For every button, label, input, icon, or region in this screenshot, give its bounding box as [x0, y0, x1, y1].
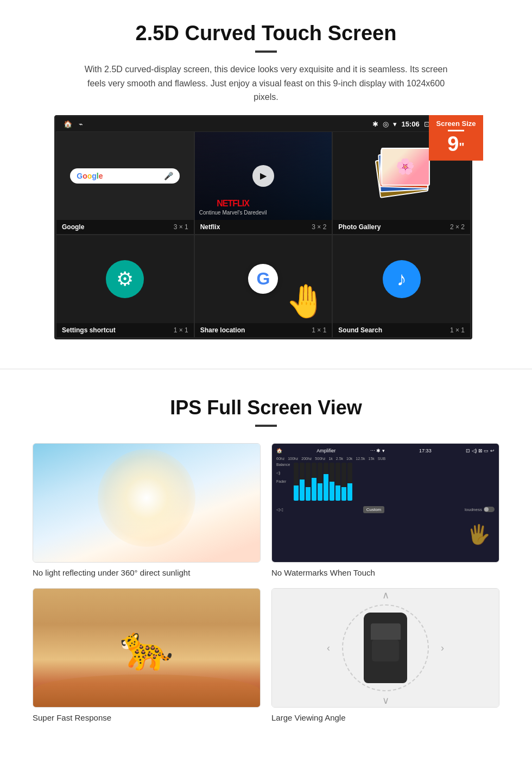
netflix-play-button[interactable]: ▶ [252, 165, 274, 187]
status-bar: 🏠 ⌁ ✱ ◎ ▾ 15:06 ⊡ ◁) ⊠ ▭ [56, 117, 471, 131]
section2-underline [255, 425, 277, 427]
usb-icon: ⌁ [79, 120, 83, 128]
home-icon: 🏠 [64, 120, 72, 128]
car-image: › ‹ ∧ ∨ [272, 589, 499, 707]
music-icon-bg: ♪ [383, 260, 421, 298]
dust-bg [33, 674, 260, 707]
section1-title: 2.5D Curved Touch Screen [33, 22, 499, 45]
sunlight-label: No light reflecting under 360° direct su… [33, 568, 261, 577]
google-grid-size: 3 × 1 [174, 223, 188, 231]
status-time: 15:06 [401, 120, 419, 128]
ips-grid: No light reflecting under 360° direct su… [33, 443, 499, 722]
amp-title: Amplifier [316, 448, 335, 453]
sound-app-name: Sound Search [338, 326, 382, 334]
amplifier-screen: 🏠 Amplifier ⋯ ✱ ▾ 17:33 ⊡ ◁) ⊠ ▭ ↩ 60hz1… [272, 444, 499, 562]
app-grid-row1: Google 🎤 Google 3 × 1 ▶ [56, 131, 471, 235]
section1-description: With 2.5D curved-display screen, this de… [76, 62, 456, 104]
sound-grid-size: 1 × 1 [450, 326, 465, 334]
share-label-bar: Share location 1 × 1 [195, 323, 332, 337]
amp-icons: ⊡ ◁) ⊠ ▭ ↩ [466, 448, 495, 453]
amp-custom-button[interactable]: Custom [363, 506, 385, 513]
amplifier-label: No Watermarks When Touch [271, 568, 499, 577]
gallery-grid-size: 2 × 2 [450, 223, 465, 231]
settings-cell-content: ⚙ [56, 235, 194, 323]
sun-glow [98, 449, 195, 547]
netflix-label-bar: Netflix 3 × 2 [195, 220, 332, 234]
amp-side-labels: Balance◁)Fader [276, 463, 495, 501]
settings-icon-bg: ⚙ [106, 260, 144, 298]
location-icon: ◎ [383, 120, 389, 128]
settings-app-cell[interactable]: ⚙ Settings shortcut 1 × 1 [56, 235, 194, 338]
music-note-icon: ♪ [397, 268, 407, 291]
gear-icon: ⚙ [116, 268, 134, 291]
hand-pointing-icon: 🤚 [286, 282, 326, 320]
amp-footer: ◁◁ Custom loudness [276, 506, 495, 513]
section-curved-screen: 2.5D Curved Touch Screen With 2.5D curve… [0, 0, 532, 358]
netflix-subtitle: Continue Marvel's Daredevil [199, 210, 267, 216]
google-app-cell[interactable]: Google 🎤 Google 3 × 1 [56, 131, 194, 235]
cheetah-image-box: 🐆 [33, 588, 261, 708]
amp-back-icon: ◁◁ [276, 507, 283, 512]
amp-time: 17:33 [419, 448, 432, 453]
share-app-name: Share location [200, 326, 245, 334]
amp-loudness-toggle[interactable]: loudness [465, 507, 495, 512]
amplifier-image-box: 🏠 Amplifier ⋯ ✱ ▾ 17:33 ⊡ ◁) ⊠ ▭ ↩ 60hz1… [271, 443, 499, 563]
amp-home-icon: 🏠 [276, 448, 282, 453]
badge-underline [448, 130, 464, 131]
netflix-grid-size: 3 × 2 [312, 223, 326, 231]
app-grid-row2: ⚙ Settings shortcut 1 × 1 G 🤚 Sh [56, 235, 471, 338]
share-cell-content: G 🤚 [195, 235, 332, 323]
google-app-name: Google [62, 223, 84, 231]
netflix-logo: NETFLIX [199, 199, 267, 209]
car-windshield [371, 623, 401, 640]
badge-label: Screen Size [434, 119, 478, 128]
car-circle: › ‹ ∧ ∨ [342, 604, 429, 691]
wifi-icon: ▾ [393, 120, 397, 128]
netflix-cell-content: ▶ NETFLIX Continue Marvel's Daredevil [195, 132, 332, 220]
amp-header: 🏠 Amplifier ⋯ ✱ ▾ 17:33 ⊡ ◁) ⊠ ▭ ↩ [276, 448, 495, 453]
cheetah-image: 🐆 [33, 589, 260, 707]
sunlight-image [33, 444, 260, 562]
car-roof [372, 640, 399, 661]
flower-emoji: 🌸 [396, 157, 415, 175]
settings-app-name: Settings shortcut [62, 326, 116, 334]
ips-card-cheetah: 🐆 Super Fast Response [33, 588, 261, 722]
photo-stack: 🌸 [369, 143, 434, 209]
sunlight-image-box [33, 443, 261, 563]
share-app-cell[interactable]: G 🤚 Share location 1 × 1 [194, 235, 333, 338]
ips-card-car: › ‹ ∧ ∨ Large Viewing Angle [271, 588, 499, 722]
cheetah-label: Super Fast Response [33, 713, 261, 722]
netflix-app-name: Netflix [200, 223, 220, 231]
photo-card-4: 🌸 [381, 148, 430, 186]
car-arrow-left: ‹ [327, 642, 330, 653]
gallery-label-bar: Photo Gallery 2 × 2 [333, 220, 470, 234]
settings-grid-size: 1 × 1 [174, 326, 188, 334]
section-divider [0, 369, 532, 369]
device-mockup: Screen Size 9" 🏠 ⌁ ✱ ◎ ▾ 15:06 ⊡ ◁) ⊠ [54, 115, 478, 339]
device-screen: 🏠 ⌁ ✱ ◎ ▾ 15:06 ⊡ ◁) ⊠ ▭ [54, 115, 472, 339]
google-logo: Google [77, 172, 103, 180]
amp-freq-labels: 60hz100hz200hz500hz1k2.5k10k12.5k15kSUB [276, 457, 495, 460]
sound-cell-content: ♪ [333, 235, 470, 323]
title-underline [255, 51, 277, 53]
google-cell-content: Google 🎤 [56, 132, 194, 220]
car-arrow-top: ∧ [382, 589, 389, 601]
badge-size: 9" [447, 133, 465, 155]
google-search-bar[interactable]: Google 🎤 [70, 168, 180, 184]
share-grid-size: 1 × 1 [312, 326, 326, 334]
google-label-bar: Google 3 × 1 [56, 220, 194, 234]
amp-settings-icon: ⋯ ✱ ▾ [370, 448, 385, 453]
netflix-app-cell[interactable]: ▶ NETFLIX Continue Marvel's Daredevil Ne… [194, 131, 333, 235]
netflix-overlay: NETFLIX Continue Marvel's Daredevil [199, 199, 267, 216]
car-label: Large Viewing Angle [271, 713, 499, 722]
section-ips: IPS Full Screen View No light reflecting… [0, 380, 532, 744]
sound-app-cell[interactable]: ♪ Sound Search 1 × 1 [332, 235, 471, 338]
screen-size-badge: Screen Size 9" [429, 115, 483, 161]
status-left: 🏠 ⌁ [64, 120, 83, 128]
bluetooth-icon: ✱ [372, 120, 378, 128]
mic-icon: 🎤 [164, 172, 173, 180]
car-arrow-bottom: ∨ [382, 695, 389, 706]
sound-label-bar: Sound Search 1 × 1 [333, 323, 470, 337]
section2-title: IPS Full Screen View [33, 396, 499, 419]
car-body [364, 613, 407, 683]
